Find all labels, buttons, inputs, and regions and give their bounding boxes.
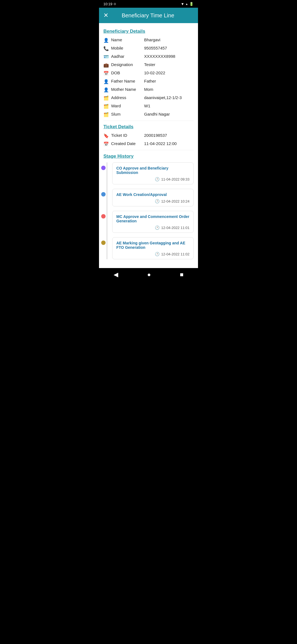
label-name: Name xyxy=(111,37,144,42)
person-icon: 👤 xyxy=(103,38,111,43)
label-mother: Mother Name xyxy=(111,87,144,92)
stage-datetime-3: 12-04-2022 11:02 xyxy=(161,252,189,256)
field-slum: 🗂️ Slum Gandhi Nagar xyxy=(103,112,194,117)
value-slum: Gandhi Nagar xyxy=(144,112,194,116)
briefcase-icon: 💼 xyxy=(103,62,111,68)
time-label: 10:19 xyxy=(103,2,112,6)
stage-history-section-title: Stage History xyxy=(103,154,194,159)
value-dob: 10-02-2022 xyxy=(144,70,194,75)
stage-time-2: 🕐 12-04-2022 11:01 xyxy=(116,225,189,230)
stage-datetime-0: 11-04-2022 09:33 xyxy=(161,177,189,181)
timeline-item-2: MC Approve and Commencement Order Genera… xyxy=(109,211,194,233)
value-mother: Mom xyxy=(144,87,194,92)
stage-datetime-1: 12-04-2022 10:24 xyxy=(161,199,189,203)
field-father: 👤 Father Name Father xyxy=(103,79,194,84)
timeline-item-0: CO Approve and Beneficiary Submission 🕐 … xyxy=(109,162,194,184)
value-father: Father xyxy=(144,79,194,83)
status-icon-circle: ⊙ xyxy=(114,2,116,6)
close-button[interactable]: ✕ xyxy=(103,12,108,19)
clock-icon-0: 🕐 xyxy=(155,177,160,181)
timeline-card-1: AE Work Creation/Approval 🕐 12-04-2022 1… xyxy=(112,189,194,206)
divider-1 xyxy=(103,121,194,121)
status-bar: 10:19 ⊙ ▼ ▲ 🔋 xyxy=(99,0,198,8)
home-button[interactable]: ● xyxy=(141,269,157,280)
field-dob: 📅 DOB 10-02-2022 xyxy=(103,70,194,76)
label-aadhar: Aadhar xyxy=(111,54,144,59)
battery-icon: 🔋 xyxy=(189,2,194,6)
timeline-dot-3 xyxy=(101,241,106,245)
field-designation: 💼 Designation Tester xyxy=(103,62,194,68)
timeline-card-0: CO Approve and Beneficiary Submission 🕐 … xyxy=(112,162,194,184)
timeline: CO Approve and Beneficiary Submission 🕐 … xyxy=(103,162,194,259)
clock-icon-1: 🕐 xyxy=(155,199,160,203)
stage-datetime-2: 12-04-2022 11:01 xyxy=(161,226,189,230)
label-mobile: Mobile xyxy=(111,46,144,50)
label-designation: Designation xyxy=(111,62,144,67)
field-created-date: 📅 Created Date 11-04-2022 12:00 xyxy=(103,141,194,147)
address-icon: 🗂️ xyxy=(103,95,111,101)
field-mother: 👤 Mother Name Mom xyxy=(103,87,194,92)
calendar-created-icon: 📅 xyxy=(103,141,111,147)
beneficiary-section-title: Beneficiary Details xyxy=(103,29,194,34)
father-icon: 👤 xyxy=(103,79,111,84)
phone-icon: 📞 xyxy=(103,46,111,51)
value-ticket-id: 2000198537 xyxy=(144,133,194,138)
field-ward: 🗂️ Ward W1 xyxy=(103,103,194,109)
recent-button[interactable]: ■ xyxy=(173,269,190,280)
timeline-dot-2 xyxy=(101,214,106,219)
stage-title-3: AE Marking given Geotagging and AE FTO G… xyxy=(116,241,189,250)
value-name: Bhargavi xyxy=(144,37,194,42)
timeline-dot-1 xyxy=(101,192,106,197)
label-address: Address xyxy=(111,95,144,100)
field-ticket-id: 🔖 Ticket ID 2000198537 xyxy=(103,133,194,138)
stage-title-2: MC Approve and Commencement Order Genera… xyxy=(116,214,189,223)
status-time: 10:19 ⊙ xyxy=(103,2,116,6)
id-icon: 🪪 xyxy=(103,54,111,59)
value-aadhar: XXXXXXXX8998 xyxy=(144,54,194,59)
value-mobile: 9505557457 xyxy=(144,46,194,50)
label-dob: DOB xyxy=(111,70,144,75)
wifi-icon: ▼ xyxy=(181,2,184,6)
field-address: 🗂️ Address daanivaipet,12-1/2-3 xyxy=(103,95,194,101)
mother-icon: 👤 xyxy=(103,87,111,92)
divider-2 xyxy=(103,150,194,150)
stage-title-0: CO Approve and Beneficiary Submission xyxy=(116,166,189,175)
label-father: Father Name xyxy=(111,79,144,83)
ward-icon: 🗂️ xyxy=(103,104,111,109)
stage-title-1: AE Work Creation/Approval xyxy=(116,192,189,197)
field-aadhar: 🪪 Aadhar XXXXXXXX8998 xyxy=(103,54,194,59)
timeline-item-1: AE Work Creation/Approval 🕐 12-04-2022 1… xyxy=(109,189,194,206)
value-ward: W1 xyxy=(144,103,194,108)
value-address: daanivaipet,12-1/2-3 xyxy=(144,95,194,100)
label-ticket-id: Ticket ID xyxy=(111,133,144,138)
calendar-dob-icon: 📅 xyxy=(103,71,111,76)
clock-icon-3: 🕐 xyxy=(155,252,160,256)
bottom-nav: ◀ ● ■ xyxy=(99,268,198,281)
status-icons: ▼ ▲ 🔋 xyxy=(181,2,194,6)
label-created-date: Created Date xyxy=(111,141,144,146)
timeline-item-3: AE Marking given Geotagging and AE FTO G… xyxy=(109,237,194,259)
signal-icon: ▲ xyxy=(185,2,188,6)
field-name: 👤 Name Bhargavi xyxy=(103,37,194,43)
timeline-card-3: AE Marking given Geotagging and AE FTO G… xyxy=(112,237,194,259)
bookmark-icon: 🔖 xyxy=(103,133,111,138)
label-ward: Ward xyxy=(111,103,144,108)
value-designation: Tester xyxy=(144,62,194,67)
stage-time-0: 🕐 11-04-2022 09:33 xyxy=(116,177,189,181)
back-button[interactable]: ◀ xyxy=(107,269,125,280)
stage-time-1: 🕐 12-04-2022 10:24 xyxy=(116,199,189,203)
timeline-card-2: MC Approve and Commencement Order Genera… xyxy=(112,211,194,233)
app-bar-title: Beneficiary Time Line xyxy=(113,12,183,19)
timeline-dot-0 xyxy=(101,166,106,170)
slum-icon: 🗂️ xyxy=(103,112,111,117)
main-content: Beneficiary Details 👤 Name Bhargavi 📞 Mo… xyxy=(99,23,198,268)
stage-time-3: 🕐 12-04-2022 11:02 xyxy=(116,252,189,256)
value-created-date: 11-04-2022 12:00 xyxy=(144,141,194,146)
timeline-line xyxy=(107,162,107,259)
app-bar: ✕ Beneficiary Time Line xyxy=(99,8,198,23)
label-slum: Slum xyxy=(111,112,144,116)
clock-icon-2: 🕐 xyxy=(155,225,160,230)
ticket-section-title: Ticket Details xyxy=(103,124,194,130)
field-mobile: 📞 Mobile 9505557457 xyxy=(103,46,194,51)
